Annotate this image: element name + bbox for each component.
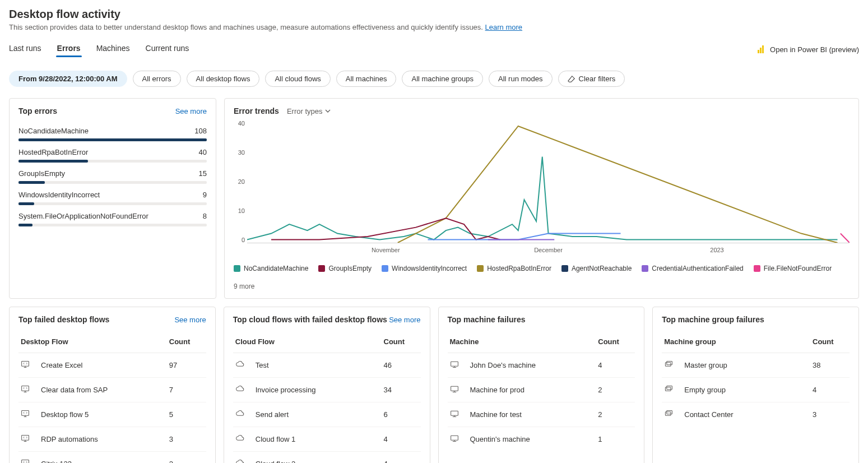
error-trends-chart: 403020100 [234, 120, 850, 243]
failed-desktop-card: Top failed desktop flows See more Deskto… [9, 307, 216, 463]
learn-more-link[interactable]: Learn more [485, 23, 522, 31]
tab-errors[interactable]: Errors [57, 41, 81, 57]
svg-rect-3 [22, 435, 29, 440]
failed-desktop-title: Top failed desktop flows [18, 315, 109, 324]
legend-item[interactable]: GroupIsEmpty [318, 265, 372, 272]
filter-pill[interactable]: All run modes [489, 71, 552, 87]
page-title: Desktop flow activity [9, 8, 859, 21]
legend-item[interactable]: WindowsIdentityIncorrect [382, 265, 467, 272]
legend-item[interactable]: CredentialAuthenticationFailed [642, 265, 743, 272]
error-trends-title: Error trends [234, 107, 279, 115]
svg-rect-7 [451, 411, 458, 415]
svg-rect-6 [451, 386, 458, 391]
filter-pill[interactable]: All cloud flows [265, 71, 330, 87]
erase-icon [568, 75, 575, 83]
legend-swatch [318, 265, 325, 272]
cloud-flow-row[interactable]: Send alert 6 [233, 402, 421, 427]
svg-rect-5 [451, 362, 458, 366]
machine-group-row[interactable]: Empty group 4 [662, 378, 850, 402]
tab-last-runs[interactable]: Last runs [9, 41, 41, 57]
tabs: Last runsErrorsMachinesCurrent runs Open… [9, 41, 859, 57]
machine-failures-card: Top machine failures Machine Count John … [438, 307, 645, 463]
legend-item[interactable]: NoCandidateMachine [234, 265, 308, 272]
desktop-flow-row[interactable]: Citrix 123 2 [18, 452, 206, 464]
chart-series-NoCandidateMachine [247, 157, 838, 240]
chevron-down-icon [325, 108, 331, 114]
legend-more[interactable]: 9 more [234, 283, 254, 290]
desktop-flow-row[interactable]: Desktop flow 5 5 [18, 402, 206, 427]
date-filter-pill[interactable]: From 9/28/2022, 12:00:00 AM [9, 71, 127, 87]
legend-swatch [642, 265, 648, 272]
filter-pill[interactable]: All errors [133, 71, 181, 87]
filter-pill[interactable]: All desktop flows [187, 71, 260, 87]
desktop-flow-row[interactable]: Clear data from SAP 7 [18, 378, 206, 402]
legend-swatch [754, 265, 760, 272]
group-failures-title: Top machine group failures [662, 315, 764, 324]
svg-rect-10 [667, 361, 672, 364]
machine-row[interactable]: John Doe's machine 4 [448, 353, 635, 378]
machine-row[interactable]: Quentin's machine 1 [448, 427, 635, 452]
desktop-flow-row[interactable]: Create Excel 97 [18, 353, 206, 378]
machine-row[interactable]: Machine for prod 2 [448, 378, 635, 402]
svg-rect-14 [667, 410, 672, 414]
top-errors-card: Top errors See more NoCandidateMachine10… [9, 98, 216, 299]
machine-group-row[interactable]: Contact Center 3 [662, 402, 850, 427]
svg-rect-9 [666, 363, 671, 366]
svg-rect-8 [451, 436, 458, 440]
svg-rect-11 [666, 387, 671, 391]
machine-row[interactable]: Machine for test 2 [448, 402, 635, 427]
legend-swatch [382, 265, 388, 272]
chart-series-HostedRpaBotInError [398, 126, 838, 243]
clear-filters-button[interactable]: Clear filters [558, 71, 625, 87]
top-error-item[interactable]: WindowsIdentityIncorrect9 [18, 191, 207, 205]
top-error-item[interactable]: NoCandidateMachine108 [18, 127, 207, 141]
cloud-flow-row[interactable]: Cloud flow 1 4 [233, 427, 421, 452]
legend-swatch [477, 265, 484, 272]
group-failures-card: Top machine group failures Machine group… [652, 307, 859, 463]
failed-desktop-see-more[interactable]: See more [174, 316, 206, 324]
machine-failures-title: Top machine failures [448, 315, 526, 324]
failed-cloud-title: Top cloud flows with failed desktop flow… [233, 315, 387, 324]
error-types-dropdown[interactable]: Error types [287, 107, 331, 115]
page-subtitle: This section provides data to better und… [9, 23, 859, 31]
failed-cloud-see-more[interactable]: See more [389, 316, 420, 324]
chart-series-File.FileNotFoundError [841, 234, 850, 243]
failed-cloud-card: Top cloud flows with failed desktop flow… [224, 307, 430, 463]
top-errors-see-more[interactable]: See more [175, 107, 207, 115]
filter-pill[interactable]: All machine groups [402, 71, 483, 87]
svg-rect-12 [667, 386, 672, 389]
cloud-flow-row[interactable]: Cloud flow 2 4 [233, 452, 421, 464]
filter-bar: From 9/28/2022, 12:00:00 AM All errorsAl… [9, 71, 859, 87]
legend-item[interactable]: AgentNotReachable [561, 265, 632, 272]
top-error-item[interactable]: GroupIsEmpty15 [18, 169, 207, 184]
legend-swatch [561, 265, 568, 272]
top-error-item[interactable]: HostedRpaBotInError40 [18, 148, 207, 163]
svg-rect-4 [22, 460, 29, 463]
cloud-flow-row[interactable]: Test 46 [233, 353, 421, 378]
top-error-item[interactable]: System.FileOrApplicationNotFoundError8 [18, 212, 207, 226]
filter-pill[interactable]: All machines [336, 71, 397, 87]
powerbi-icon [758, 45, 765, 53]
machine-group-row[interactable]: Master group 38 [662, 353, 850, 378]
svg-rect-2 [22, 410, 29, 415]
top-errors-title: Top errors [18, 107, 57, 115]
svg-rect-13 [666, 412, 671, 415]
legend-item[interactable]: HostedRpaBotInError [477, 265, 551, 272]
svg-rect-0 [22, 361, 29, 366]
legend-swatch [234, 265, 240, 272]
legend-item[interactable]: File.FileNotFoundError [754, 265, 832, 272]
desktop-flow-row[interactable]: RDP automations 3 [18, 427, 206, 452]
tab-machines[interactable]: Machines [96, 41, 130, 57]
tab-current-runs[interactable]: Current runs [146, 41, 189, 57]
svg-rect-1 [22, 386, 29, 391]
error-trends-card: Error trends Error types 403020100 Novem… [224, 98, 859, 299]
open-in-powerbi-button[interactable]: Open in Power BI (preview) [758, 45, 859, 54]
cloud-flow-row[interactable]: Invoice processing 34 [233, 378, 421, 402]
chart-series-GroupIsEmpty [271, 218, 500, 239]
